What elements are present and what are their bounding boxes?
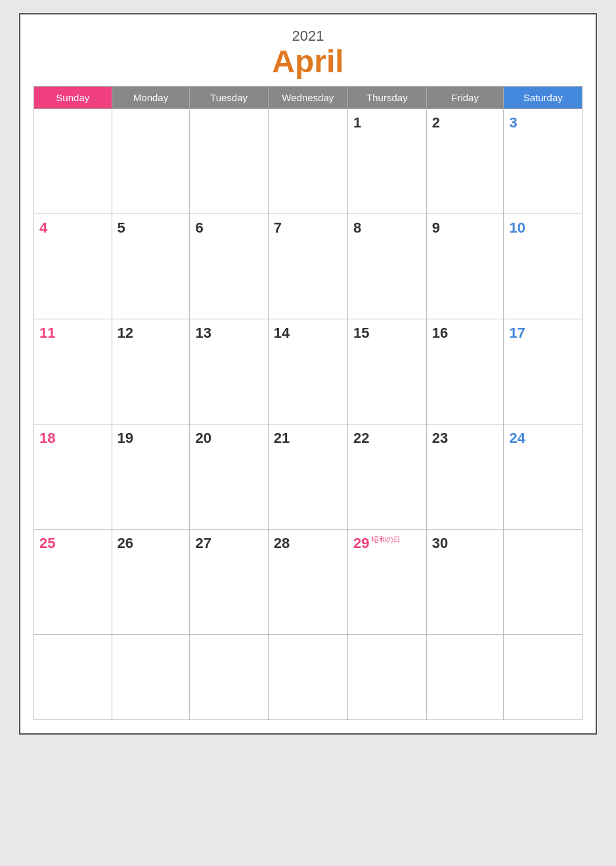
- calendar-day-cell: [348, 634, 427, 719]
- calendar-day-cell: 24: [504, 424, 583, 529]
- day-number: 23: [432, 430, 448, 447]
- day-number: 5: [118, 219, 125, 237]
- calendar-day-cell: 11: [34, 319, 112, 424]
- calendar-table: Sunday Monday Tuesday Wednesday Thursday…: [33, 86, 583, 720]
- calendar-day-cell: 16: [426, 319, 504, 424]
- day-number: 27: [195, 535, 211, 552]
- calendar-day-cell: 21: [268, 424, 347, 529]
- holiday-label: 昭和の日: [372, 535, 401, 545]
- calendar-day-cell: [34, 108, 112, 214]
- day-number: 24: [509, 430, 525, 447]
- day-number: 8: [353, 219, 361, 237]
- day-number: 19: [118, 430, 133, 447]
- calendar-day-cell: 12: [112, 319, 190, 424]
- day-number: 1: [353, 114, 361, 131]
- header-monday: Monday: [112, 86, 190, 108]
- day-number: 3: [509, 114, 517, 131]
- calendar-day-cell: 1: [348, 108, 427, 214]
- calendar-day-cell: 3: [504, 108, 583, 214]
- header-wednesday: Wednesday: [268, 86, 347, 108]
- calendar-day-cell: 4: [34, 214, 112, 319]
- calendar-day-cell: [112, 634, 190, 719]
- day-number: 22: [353, 430, 369, 447]
- calendar-day-cell: 2: [426, 108, 504, 214]
- calendar-day-cell: 17: [504, 319, 583, 424]
- weekday-header-row: Sunday Monday Tuesday Wednesday Thursday…: [34, 86, 583, 108]
- day-number: 15: [353, 325, 369, 342]
- calendar-day-cell: [504, 634, 583, 719]
- day-number: 11: [39, 325, 55, 342]
- day-number: 25: [39, 535, 55, 552]
- day-number: 7: [274, 219, 282, 237]
- calendar-day-cell: [34, 634, 112, 719]
- calendar-day-cell: 5: [112, 214, 190, 319]
- day-number: 6: [195, 219, 203, 237]
- calendar-day-cell: 22: [348, 424, 427, 529]
- header-thursday: Thursday: [348, 86, 427, 108]
- day-number: 30: [432, 535, 448, 552]
- calendar-day-cell: 27: [190, 529, 268, 634]
- calendar-day-cell: 25: [34, 529, 112, 634]
- calendar-day-cell: 14: [268, 319, 347, 424]
- calendar-week-row: 11121314151617: [34, 319, 583, 424]
- day-number: 18: [39, 430, 55, 447]
- calendar-day-cell: 23: [426, 424, 504, 529]
- day-number: 29: [353, 535, 369, 552]
- day-number: 2: [432, 114, 440, 131]
- calendar-week-row: 123: [34, 108, 583, 214]
- calendar-day-cell: 19: [112, 424, 190, 529]
- calendar-day-cell: 20: [190, 424, 268, 529]
- calendar-day-cell: 13: [190, 319, 268, 424]
- day-number: 26: [118, 535, 133, 552]
- calendar-year: 2021: [33, 28, 583, 45]
- day-number: 17: [509, 325, 525, 342]
- calendar-container: 2021 April Sunday Monday Tuesday Wednesd…: [19, 13, 597, 735]
- day-number: 4: [39, 219, 47, 237]
- calendar-day-cell: 9: [426, 214, 504, 319]
- calendar-week-row: 2526272829昭和の日30: [34, 529, 583, 634]
- calendar-day-cell: [112, 108, 190, 214]
- calendar-day-cell: [268, 108, 347, 214]
- day-number: 21: [274, 430, 290, 447]
- calendar-day-cell: [190, 108, 268, 214]
- calendar-day-cell: 28: [268, 529, 347, 634]
- day-number: 12: [118, 325, 133, 342]
- day-number: 16: [432, 325, 448, 342]
- day-number: 28: [274, 535, 290, 552]
- header-friday: Friday: [426, 86, 504, 108]
- calendar-day-cell: 15: [348, 319, 427, 424]
- day-number: 20: [195, 430, 211, 447]
- calendar-header: 2021 April: [33, 28, 583, 80]
- calendar-day-cell: 18: [34, 424, 112, 529]
- calendar-week-row: 18192021222324: [34, 424, 583, 529]
- calendar-day-cell: 8: [348, 214, 427, 319]
- calendar-day-cell: [190, 634, 268, 719]
- calendar-day-cell: 30: [426, 529, 504, 634]
- calendar-day-cell: 10: [504, 214, 583, 319]
- day-number: 10: [509, 219, 525, 237]
- day-number: 14: [274, 325, 290, 342]
- calendar-day-cell: 6: [190, 214, 268, 319]
- calendar-day-cell: [268, 634, 347, 719]
- calendar-day-cell: [504, 529, 583, 634]
- day-number: 13: [195, 325, 211, 342]
- header-saturday: Saturday: [504, 86, 583, 108]
- header-sunday: Sunday: [34, 86, 112, 108]
- calendar-day-cell: 7: [268, 214, 347, 319]
- header-tuesday: Tuesday: [190, 86, 268, 108]
- calendar-week-row: 45678910: [34, 214, 583, 319]
- calendar-week-row: [34, 634, 583, 719]
- calendar-day-cell: [426, 634, 504, 719]
- calendar-month: April: [33, 45, 583, 80]
- calendar-day-cell: 29昭和の日: [348, 529, 427, 634]
- day-number: 9: [432, 219, 440, 237]
- calendar-day-cell: 26: [112, 529, 190, 634]
